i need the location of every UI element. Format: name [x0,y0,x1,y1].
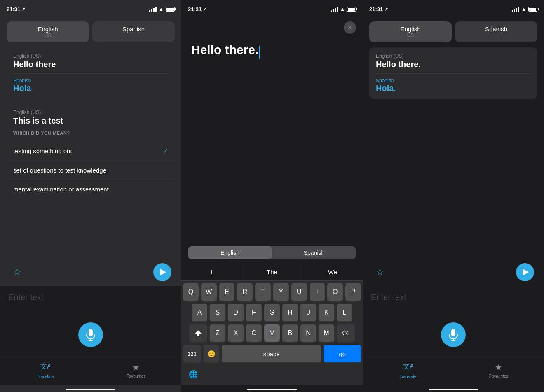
card-secondary-text-left: Hola [13,84,168,93]
close-button-middle[interactable]: ✕ [344,21,356,34]
disambiguation-item-0[interactable]: testing something out ✓ [7,141,175,161]
favourites-icon-left: ★ [132,362,140,372]
lang-name-spanish-right: Spanish [460,26,532,33]
key-q[interactable]: Q [183,283,199,301]
suggestion-i[interactable]: I [181,264,242,280]
card-main-hello-left: Hello there [13,60,168,69]
keyboard-suggestions: I The We [181,264,363,281]
mic-area-right [363,319,544,359]
lang-name-english-left: English [12,26,84,33]
star-button-left[interactable]: ☆ [10,265,25,280]
disambiguation-text-2: mental examination or assessment [13,186,109,193]
nav-favourites-label-right: Favourites [489,374,509,378]
key-j[interactable]: J [300,304,316,321]
keyboard-lang-spanish-label: Spanish [304,250,325,256]
key-row-4: 123 😊 space go [183,345,361,362]
nav-favourites-right[interactable]: ★ Favourites [453,362,544,379]
star-button-right[interactable]: ☆ [373,265,387,280]
mic-button-left[interactable] [78,322,103,347]
key-n[interactable]: N [300,324,316,342]
translate-icon-right: 文A [403,362,413,373]
keyboard-lang-english[interactable]: English [188,246,272,259]
key-123[interactable]: 123 [183,345,201,362]
disambiguation-item-1[interactable]: set of questions to test knowledge [7,161,175,180]
key-f[interactable]: F [246,304,262,321]
wifi-icon-left: ▲ [159,6,164,12]
key-z[interactable]: Z [210,324,225,342]
key-l[interactable]: L [337,304,352,321]
key-emoji[interactable]: 😊 [204,345,219,362]
nav-favourites-left[interactable]: ★ Favourites [91,362,181,379]
keyboard-lang-selector: English Spanish [188,246,356,259]
key-x[interactable]: X [228,324,244,342]
key-w[interactable]: W [201,283,217,301]
key-a[interactable]: A [192,304,207,321]
card-secondary-text-right: Hola. [376,84,531,93]
suggestion-we[interactable]: We [302,264,363,280]
key-u[interactable]: U [291,283,307,301]
time-middle: 21:31 [188,6,202,12]
status-bar-left: 21:31 ↗ ▲ [0,0,181,18]
key-e[interactable]: E [219,283,235,301]
suggestion-the[interactable]: The [242,264,302,280]
card-main-test-left: This is a test [13,116,168,126]
disambiguation-panel-left: testing something out ✓ set of questions… [7,141,175,198]
battery-icon-right [528,7,537,12]
lang-btn-spanish-left[interactable]: Spanish [92,21,175,42]
key-t[interactable]: T [255,283,271,301]
time-left: 21:31 [7,6,20,12]
mic-button-right[interactable] [441,322,466,347]
status-time-left: 21:31 ↗ [7,6,25,12]
key-o[interactable]: O [327,283,343,301]
nav-translate-left[interactable]: 文A Translate [0,362,91,379]
translation-card-test-left: English (US) This is a test WHICH DID YO… [7,104,175,138]
lang-selector-right: English US Spanish [363,18,544,46]
key-go[interactable]: go [324,345,361,362]
action-bar-left: ☆ [0,257,181,286]
play-button-right[interactable] [516,263,534,281]
key-s[interactable]: S [210,304,225,321]
signal-icon-right [512,7,519,12]
lang-btn-spanish-right[interactable]: Spanish [455,21,537,42]
key-i[interactable]: I [310,283,325,301]
keyboard-lang-english-label: English [220,250,239,256]
key-space[interactable]: space [222,345,321,362]
home-indicator-right [429,389,478,390]
svg-rect-4 [451,329,455,336]
keyboard: Q W E R T Y U I O P A S D F G H J K L [181,281,363,385]
key-globe[interactable]: 🌐 [185,366,201,383]
key-y[interactable]: Y [273,283,289,301]
key-k[interactable]: K [319,304,334,321]
lang-sub-english-right: US [374,33,447,38]
key-delete[interactable]: ⌫ [337,324,355,342]
play-button-left[interactable] [153,263,171,281]
key-g[interactable]: G [264,304,280,321]
key-row-5: 🌐 [183,366,361,383]
card-secondary-lang-right: Spanish [376,78,531,84]
key-d[interactable]: D [228,304,244,321]
right-panel: 21:31 ↗ ▲ English US Spanish English ( [363,0,544,392]
translate-icon-left: 文A [40,362,50,373]
enter-text-placeholder-right[interactable]: Enter text [371,293,406,302]
big-text-area[interactable]: Hello there. [181,18,363,100]
lang-name-spanish-left: Spanish [97,26,170,33]
key-v[interactable]: V [264,324,280,342]
disambiguation-text-1: set of questions to test knowledge [13,167,106,174]
enter-text-placeholder-left[interactable]: Enter text [8,293,44,302]
lang-btn-english-left[interactable]: English US [7,21,89,42]
disambiguation-item-2[interactable]: mental examination or assessment [7,180,175,198]
bottom-nav-right: 文A Translate ★ Favourites [363,359,544,385]
key-c[interactable]: C [246,324,262,342]
mic-icon-left [85,329,96,341]
battery-icon-middle [347,7,356,12]
key-p[interactable]: P [345,283,361,301]
key-h[interactable]: H [282,304,298,321]
key-m[interactable]: M [319,324,334,342]
key-b[interactable]: B [282,324,298,342]
key-r[interactable]: R [237,283,253,301]
keyboard-lang-spanish[interactable]: Spanish [272,246,356,259]
key-shift[interactable] [189,324,207,342]
nav-translate-right[interactable]: 文A Translate [363,362,453,379]
play-icon-right [523,269,529,275]
lang-btn-english-right[interactable]: English US [369,21,452,42]
